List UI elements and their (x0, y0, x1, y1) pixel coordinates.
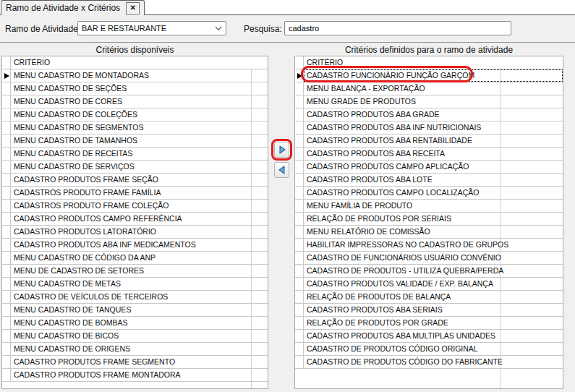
row-indicator-cell (2, 174, 11, 186)
tab-bar: Ramo de Atividade x Critérios ✕ (0, 0, 575, 15)
list-item[interactable]: CADASTRO PRODUTOS ABA INF MEDICAMENTOS (2, 239, 268, 252)
list-item[interactable]: RELAÇÃO DE PRODUTOS DE BALANÇA (295, 291, 563, 304)
row-indicator-cell (2, 278, 11, 290)
row-indicator-cell (2, 161, 11, 173)
row-indicator-cell (295, 239, 304, 251)
indicator-header-cell (2, 56, 11, 69)
row-indicator-cell (295, 278, 304, 290)
list-item[interactable]: CADASTRO PRODUTOS FRAME MONTADORA (2, 369, 268, 382)
row-indicator-cell (2, 265, 11, 277)
list-item[interactable]: MENU CADASTRO DE MONTADORAS (2, 69, 268, 82)
row-indicator-cell (295, 148, 304, 160)
list-item[interactable]: CADASTRO DE VEÍCULOS DE TERCEIROS (2, 291, 268, 304)
list-item[interactable]: CADASTRO PRODUTOS ABA MULTIPLAS UNIDADES (295, 330, 563, 343)
criterio-column-header: CRITÉRIO (11, 56, 50, 69)
criterio-cell: CADASTRO DE PRODUTOS - UTILIZA QUEBRA/PE… (304, 265, 503, 277)
criterio-cell: MENU CADASTRO DE TAMANHOS (11, 135, 137, 147)
move-right-button[interactable] (274, 142, 289, 158)
list-item[interactable]: MENU CADASTRO DE ORIGENS (2, 343, 268, 356)
criterio-cell: MENU CADASTRO DE COLEÇÕES (11, 108, 137, 121)
list-item[interactable]: CADASTRO PRODUTOS ABA RECEITA (295, 148, 563, 161)
row-indicator-cell (2, 356, 11, 368)
list-item[interactable]: CADASTROS PRODUTO FRAME FAMÍLIA (2, 187, 268, 200)
list-item[interactable]: CADASTRO PRODUTOS CAMPO APLICAÇÃO (295, 161, 563, 174)
list-item[interactable]: HABILITAR IMPRESSORAS NO CADASTRO DE GRU… (295, 239, 563, 252)
criterio-cell: MENU BALANÇA - EXPORTAÇÃO (304, 82, 425, 95)
list-item[interactable]: CADASTRO PRODUTOS ABA LOTE (295, 174, 563, 187)
list-item[interactable]: CADASTRO DE FUNCIONÁRIOS USUÁRIO CONVÊNI… (295, 252, 563, 265)
criterio-cell: MENU CADASTRO DE SERVIÇOS (11, 161, 135, 173)
pesquisa-input[interactable] (284, 21, 511, 35)
list-item[interactable]: MENU CADASTRO DE SEGMENTOS (2, 122, 268, 135)
criterio-cell: CADASTRO PRODUTOS ABA GRADE (304, 108, 440, 121)
criterio-cell: CADASTRO FUNCIONÁRIO FUNÇÃO GARÇOM (304, 69, 474, 82)
list-item[interactable]: MENU CADASTRO DE COLEÇÕES (2, 108, 268, 122)
row-indicator-cell (2, 226, 11, 238)
criterio-cell: HABILITAR IMPRESSORAS NO CADASTRO DE GRU… (304, 239, 508, 251)
list-item[interactable]: MENU CADASTRO DE TANQUES (2, 304, 268, 317)
criterio-cell: CADASTRO PRODUTOS ABA INF NUTRICIONAIS (304, 122, 481, 134)
list-item[interactable]: CADASTRO PRODUTOS VALIDADE / EXP. BALANÇ… (295, 278, 563, 291)
criterio-cell: CADASTRO PRODUTOS ABA MULTIPLAS UNIDADES (304, 330, 495, 342)
list-item[interactable]: MENU CADASTRO DE METAS (2, 278, 268, 291)
defined-criteria-grid: CRITÉRIO CADASTRO FUNCIONÁRIO FUNÇÃO GAR… (294, 56, 563, 389)
tab-ramo-atividade-criterios[interactable]: Ramo de Atividade x Critérios ✕ (1, 0, 145, 15)
list-item[interactable]: CADASTRO PRODUTOS ABA RENTABILIDADE (295, 135, 563, 148)
list-item[interactable]: MENU CADASTRO DE RECEITAS (2, 148, 268, 161)
list-item[interactable]: MENU CADASTRO DE BICOS (2, 330, 268, 343)
move-left-button[interactable] (274, 162, 289, 178)
list-item[interactable]: CADASTRO PRODUTOS ABA GRADE (295, 108, 563, 122)
row-indicator-cell (2, 252, 11, 264)
list-item[interactable]: CADASTRO FUNCIONÁRIO FUNÇÃO GARÇOM (295, 69, 563, 82)
criterio-cell: MENU FAMÍLIA DE PRODUTO (304, 200, 412, 212)
list-item[interactable]: CADASTRO PRODUTOS FRAME SEÇÃO (2, 174, 268, 187)
list-item[interactable]: MENU CADASTRO DE CÓDIGO DA ANP (2, 252, 268, 265)
list-item[interactable]: MENU DE CADASTRO DE SETORES (2, 265, 268, 278)
row-indicator-cell (295, 82, 304, 95)
criterio-cell: MENU RELATÓRIO DE COMISSÃO (304, 226, 430, 238)
list-item[interactable]: CADASTRO PRODUTOS ABA SERIAIS (295, 304, 563, 317)
row-indicator-cell (295, 161, 304, 173)
criterio-cell: MENU CADASTRO DE ORIGENS (11, 343, 130, 355)
list-item[interactable]: MENU CADASTRO DE CORES (2, 95, 268, 108)
criterio-cell: RELAÇÃO DE PRODUTOS POR GRADE (304, 317, 448, 329)
list-item[interactable]: RELAÇÃO DE PRODUTOS POR GRADE (295, 317, 563, 330)
list-item[interactable]: CADASTRO PRODUTOS FRAME SEGMENTO (2, 356, 268, 369)
tab-title: Ramo de Atividade x Critérios (6, 3, 120, 13)
row-indicator-cell (2, 317, 11, 329)
list-item[interactable]: MENU RELATÓRIO DE COMISSÃO (295, 226, 563, 239)
row-indicator-cell (2, 82, 11, 95)
list-item[interactable]: MENU CADASTRO DE BOMBAS (2, 317, 268, 330)
arrow-right-icon (278, 145, 286, 154)
list-item[interactable]: CADASTRO PRODUTOS LATORATÓRIO (2, 226, 268, 239)
list-item[interactable]: MENU GRADE DE PRODUTOS (295, 95, 563, 108)
list-item[interactable]: MENU CADASTRO DE SEÇÕES (2, 82, 268, 95)
ramo-de-atividade-select[interactable]: BAR E RESTAURANTE (77, 21, 226, 35)
list-item[interactable]: CADASTRO DE PRODUTOS CÓDIGO ORIGINAL (295, 343, 563, 356)
list-item[interactable]: CADASTRO DE PRODUTOS CÓDIGO DO FABRICANT… (295, 356, 563, 369)
list-item[interactable]: RELAÇÃO DE PRODUTOS POR SERIAIS (295, 213, 563, 226)
criterio-cell: CADASTRO PRODUTOS CAMPO APLICAÇÃO (304, 161, 469, 173)
row-indicator-cell (295, 200, 304, 212)
row-indicator-cell (295, 122, 304, 134)
list-item[interactable]: MENU CADASTRO DE TAMANHOS (2, 135, 268, 148)
row-indicator-cell (295, 291, 304, 303)
criterio-cell: MENU CADASTRO DE BICOS (11, 330, 119, 342)
criterio-cell: MENU CADASTRO DE SEÇÕES (11, 82, 127, 95)
row-indicator-cell (295, 330, 304, 342)
current-row-arrow-icon (297, 73, 302, 79)
list-item[interactable]: MENU BALANÇA - EXPORTAÇÃO (295, 82, 563, 95)
list-item[interactable]: CADASTRO DE PRODUTOS - UTILIZA QUEBRA/PE… (295, 265, 563, 278)
criterio-cell: CADASTRO PRODUTOS ABA RENTABILIDADE (304, 135, 472, 147)
list-item[interactable]: CADASTROS PRODUTO FRAME COLEÇÃO (2, 200, 268, 213)
list-item[interactable]: MENU FAMÍLIA DE PRODUTO (295, 200, 563, 213)
row-indicator-cell (295, 108, 304, 121)
list-item[interactable]: MENU CADASTRO DE SERVIÇOS (2, 161, 268, 174)
criterio-cell: CADASTRO DE FUNCIONÁRIOS USUÁRIO CONVÊNI… (304, 252, 501, 264)
criterio-cell: MENU CADASTRO DE TANQUES (11, 304, 131, 316)
list-item[interactable]: CADASTRO PRODUTOS ABA INF NUTRICIONAIS (295, 122, 563, 135)
list-item[interactable]: CADASTRO PRODUTOS CAMPO REFERÊNCIA (2, 213, 268, 226)
tab-close-button[interactable]: ✕ (126, 2, 140, 14)
criterio-cell: CADASTRO DE PRODUTOS CÓDIGO DO FABRICANT… (304, 356, 503, 368)
list-item[interactable]: CADASTRO PRODUTOS CAMPO LOCALIZAÇÃO (295, 187, 563, 200)
